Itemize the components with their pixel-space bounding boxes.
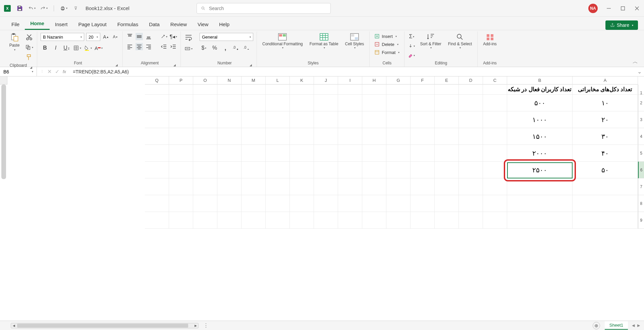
cell-A3[interactable]: ۲۰ bbox=[573, 111, 638, 128]
row-header-8[interactable]: 8 bbox=[638, 195, 644, 212]
select-all-triangle[interactable] bbox=[0, 76, 7, 85]
row-header-9[interactable]: 9 bbox=[638, 212, 644, 229]
addins-button[interactable]: Add-ins bbox=[481, 33, 499, 46]
alignment-launcher-icon[interactable]: ◢ bbox=[173, 63, 177, 67]
undo-icon[interactable]: ▾ bbox=[28, 5, 36, 12]
decrease-indent-icon[interactable] bbox=[160, 43, 168, 50]
row-header-6[interactable]: 6 bbox=[638, 162, 644, 178]
bold-button[interactable]: B bbox=[41, 44, 49, 52]
fill-color-icon[interactable]: ▾ bbox=[84, 44, 92, 52]
cancel-formula-icon[interactable]: ✕ bbox=[47, 68, 52, 75]
comma-format-icon[interactable]: , bbox=[221, 44, 230, 52]
sort-filter-button[interactable]: Sort & Filter▾ bbox=[418, 33, 443, 50]
align-left-icon[interactable] bbox=[126, 43, 133, 50]
row-header-7[interactable]: 7 bbox=[638, 178, 644, 195]
cut-icon[interactable] bbox=[25, 33, 34, 42]
number-format-dropdown[interactable]: General▾ bbox=[200, 33, 253, 41]
cell-B5[interactable]: ۲۰۰۰ bbox=[507, 145, 573, 162]
conditional-formatting-button[interactable]: Conditional Formatting▾ bbox=[260, 33, 305, 50]
tab-insert[interactable]: Insert bbox=[50, 19, 73, 30]
vertical-scrollbar[interactable] bbox=[1, 85, 6, 321]
align-center-icon[interactable] bbox=[136, 43, 143, 50]
increase-font-icon[interactable]: A▲ bbox=[102, 33, 110, 41]
print-icon[interactable]: ▾ bbox=[60, 5, 67, 12]
tab-view[interactable]: View bbox=[192, 19, 214, 30]
cell-B1[interactable]: تعداد کاربران فعال در شبکه bbox=[507, 85, 573, 95]
underline-button[interactable]: U▾ bbox=[62, 44, 71, 52]
cell-B4[interactable]: ۱۵۰۰ bbox=[507, 128, 573, 145]
col-header-M[interactable]: M bbox=[241, 76, 266, 85]
align-right-icon[interactable] bbox=[145, 43, 152, 50]
col-header-I[interactable]: I bbox=[338, 76, 362, 85]
sheet-nav-prev-icon[interactable]: ◀ bbox=[632, 323, 635, 328]
copy-icon[interactable]: ▾ bbox=[25, 43, 34, 52]
scroll-left-icon[interactable]: ◀ bbox=[11, 323, 16, 328]
tab-page-layout[interactable]: Page Layout bbox=[73, 19, 112, 30]
wrap-text-icon[interactable] bbox=[184, 33, 193, 42]
horizontal-scrollbar[interactable]: ◀ ▶ bbox=[11, 323, 199, 328]
col-header-D[interactable]: D bbox=[459, 76, 483, 85]
text-direction-icon[interactable]: ¶◂▾ bbox=[170, 33, 177, 40]
cell-A1[interactable]: تعداد دکل‌های مخابراتی bbox=[573, 85, 638, 95]
user-avatar[interactable]: NA bbox=[588, 4, 598, 13]
col-header-Q[interactable]: Q bbox=[145, 76, 169, 85]
increase-indent-icon[interactable] bbox=[170, 43, 177, 50]
col-header-J[interactable]: J bbox=[314, 76, 338, 85]
format-cells-button[interactable]: Format▾ bbox=[373, 49, 401, 56]
cell-grid[interactable]: تعداد دکل‌های مخابراتی تعداد کاربران فعا… bbox=[7, 85, 638, 321]
decrease-decimal-icon[interactable]: .0 bbox=[243, 44, 251, 52]
row-header-1[interactable]: 1 bbox=[638, 85, 644, 95]
italic-button[interactable]: I bbox=[51, 44, 60, 52]
clear-icon[interactable]: ▾ bbox=[408, 52, 415, 59]
cell-C1[interactable] bbox=[483, 85, 507, 95]
font-size-dropdown[interactable]: 20▾ bbox=[86, 33, 100, 41]
horizontal-scroll-thumb[interactable] bbox=[17, 324, 188, 328]
font-name-dropdown[interactable]: B Nazanin▾ bbox=[41, 33, 84, 41]
tab-help[interactable]: Help bbox=[214, 19, 235, 30]
autosum-icon[interactable]: Σ▾ bbox=[408, 33, 415, 40]
collapse-ribbon-icon[interactable]: ︿ bbox=[630, 57, 641, 67]
col-header-N[interactable]: N bbox=[217, 76, 241, 85]
format-as-table-button[interactable]: Format as Table▾ bbox=[308, 33, 340, 50]
row-header-5[interactable]: 5 bbox=[638, 145, 644, 162]
qat-customize-icon[interactable]: ⊽ bbox=[72, 5, 79, 12]
orientation-icon[interactable]: ▾ bbox=[160, 33, 168, 40]
cell-B2[interactable]: ۵۰۰ bbox=[507, 95, 573, 111]
tab-home[interactable]: Home bbox=[25, 18, 50, 30]
cell-B6[interactable]: ۲۵۰۰ bbox=[507, 162, 573, 178]
find-select-button[interactable]: Find & Select▾ bbox=[446, 33, 474, 50]
col-header-E[interactable]: E bbox=[435, 76, 459, 85]
sheet-tab-sheet1[interactable]: Sheet1 bbox=[605, 321, 628, 330]
formula-input[interactable]: =TREND(B2:B5,A2:A5,A6) bbox=[69, 69, 637, 74]
borders-icon[interactable]: ▾ bbox=[73, 44, 82, 52]
row-header-2[interactable]: 2 bbox=[638, 95, 644, 111]
align-top-icon[interactable] bbox=[126, 33, 133, 40]
share-button[interactable]: Share ▾ bbox=[605, 20, 638, 30]
fill-icon[interactable]: ▾ bbox=[408, 42, 415, 50]
scroll-right-icon[interactable]: ▶ bbox=[193, 323, 198, 328]
align-middle-icon[interactable] bbox=[136, 33, 143, 40]
merge-center-icon[interactable]: ▾ bbox=[184, 44, 193, 53]
tab-file[interactable]: File bbox=[6, 19, 25, 30]
col-header-A[interactable]: A bbox=[573, 76, 638, 85]
minimize-icon[interactable] bbox=[606, 5, 612, 11]
close-icon[interactable] bbox=[634, 5, 640, 11]
tab-review[interactable]: Review bbox=[165, 19, 192, 30]
format-painter-icon[interactable] bbox=[25, 53, 34, 62]
insert-cells-button[interactable]: Insert▾ bbox=[373, 33, 398, 40]
expand-formula-bar-icon[interactable]: ⌄ bbox=[637, 68, 644, 75]
row-header-4[interactable]: 4 bbox=[638, 128, 644, 145]
align-bottom-icon[interactable] bbox=[145, 33, 152, 40]
col-header-F[interactable]: F bbox=[411, 76, 435, 85]
cell-styles-button[interactable]: Cell Styles▾ bbox=[343, 33, 366, 50]
col-header-C[interactable]: C bbox=[483, 76, 507, 85]
cell-B7[interactable] bbox=[507, 178, 573, 195]
percent-format-icon[interactable]: % bbox=[210, 44, 219, 52]
name-box[interactable]: B6▾ bbox=[0, 67, 37, 76]
cell-B3[interactable]: ۱۰۰۰ bbox=[507, 111, 573, 128]
col-header-O[interactable]: O bbox=[193, 76, 217, 85]
tab-formulas[interactable]: Formulas bbox=[112, 19, 144, 30]
fx-icon[interactable]: fx bbox=[63, 69, 66, 74]
cell-A2[interactable]: ۱۰ bbox=[573, 95, 638, 111]
sheet-nav-next-icon[interactable]: ▶ bbox=[637, 323, 640, 328]
